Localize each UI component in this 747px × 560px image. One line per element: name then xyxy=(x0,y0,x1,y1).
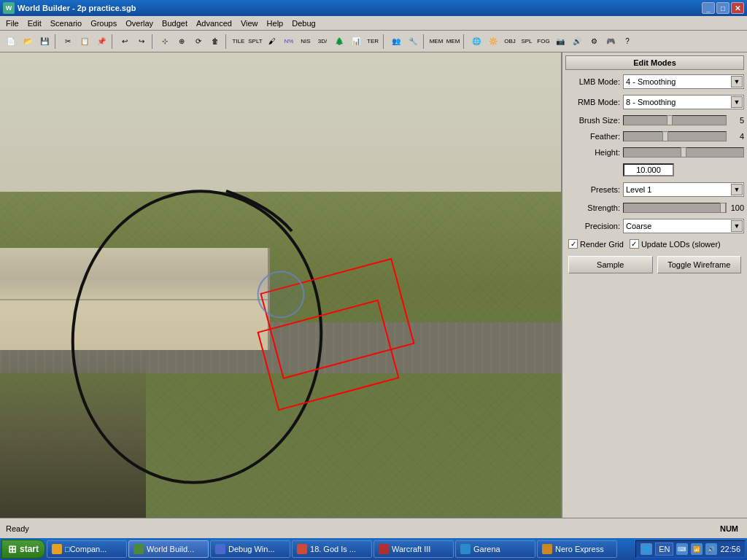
toolbar-sep-4 xyxy=(225,34,228,49)
close-button[interactable]: ✕ xyxy=(731,2,744,14)
precision-select[interactable]: Coarse Fine Normal xyxy=(623,219,744,233)
toolbar-copy[interactable]: 📋 xyxy=(77,34,93,50)
strength-label: Strength: xyxy=(565,203,620,212)
viewport[interactable] xyxy=(0,52,561,518)
menu-view[interactable]: View xyxy=(236,16,263,30)
menu-debug[interactable]: Debug xyxy=(287,16,320,30)
maximize-button[interactable]: □ xyxy=(716,2,729,14)
toggle-wireframe-button[interactable]: Toggle Wireframe xyxy=(657,256,742,273)
taskbar-item-garena[interactable]: Garena xyxy=(455,540,535,558)
toolbar-t8[interactable]: 📊 xyxy=(348,34,364,50)
toolbar-t11[interactable]: 🔧 xyxy=(405,34,421,50)
start-button[interactable]: ⊞ start xyxy=(1,540,45,559)
height-value-row xyxy=(565,162,744,178)
shadow-left xyxy=(0,355,146,518)
taskbar-item-warcraft[interactable]: Warcraft III xyxy=(374,540,454,558)
toolbar-cut[interactable]: ✂ xyxy=(60,34,76,50)
height-slider[interactable] xyxy=(623,147,744,158)
toolbar-paste[interactable]: 📌 xyxy=(93,34,109,50)
toolbar-save[interactable]: 💾 xyxy=(36,34,53,50)
taskbar-item-nero[interactable]: Nero Express xyxy=(537,540,617,558)
menu-file[interactable]: File xyxy=(1,16,23,30)
toolbar-t1[interactable]: TILE xyxy=(231,34,247,50)
precision-wrapper: Coarse Fine Normal ▼ xyxy=(623,219,744,233)
panel-btn-row: Sample Toggle Wireframe xyxy=(565,253,744,276)
toolbar-redo[interactable]: ↪ xyxy=(133,34,150,50)
companion-label: □Compan... xyxy=(65,545,107,553)
menu-overlay[interactable]: Overlay xyxy=(121,16,158,30)
toolbar-obj1[interactable]: OBJ xyxy=(502,34,518,50)
sys-tray: 🌐 EN ⌨ 📶 🔊 22:56 xyxy=(635,540,746,558)
toolbar-t3[interactable]: 🖌 xyxy=(264,34,280,50)
toolbar-misc2[interactable]: 🎮 xyxy=(603,34,619,50)
taskbar-item-worldbuilder[interactable]: World Build... xyxy=(128,540,209,558)
toolbar-open[interactable]: 📂 xyxy=(20,34,36,50)
language-button[interactable]: EN xyxy=(655,542,673,556)
strength-slider[interactable] xyxy=(623,203,727,213)
toolbar-t2[interactable]: SPLT xyxy=(247,34,263,50)
toolbar-t5[interactable]: NIS xyxy=(298,34,314,50)
toolbar-misc3[interactable]: ? xyxy=(619,34,635,50)
toolbar-fog2[interactable]: 🔆 xyxy=(485,34,501,50)
toolbar-spl1[interactable]: SPL xyxy=(519,34,535,50)
render-grid-item[interactable]: ✓ Render Grid xyxy=(568,239,624,249)
brush-size-label: Brush Size: xyxy=(565,116,620,125)
rmb-mode-wrapper: 1 - Raise/Lower 2 - Plateau 3 - Noise 4 … xyxy=(623,95,744,109)
status-text: Ready xyxy=(6,524,720,533)
toolbar-t6[interactable]: 3D/ xyxy=(314,34,330,50)
toolbar-t4[interactable]: N% xyxy=(281,34,297,50)
start-label: start xyxy=(20,544,39,554)
toolbar-cam[interactable]: 📷 xyxy=(552,34,568,50)
toolbar-mem1[interactable]: MEM xyxy=(428,34,444,50)
lmb-mode-label: LMB Mode: xyxy=(565,77,620,86)
menu-help[interactable]: Help xyxy=(263,16,288,30)
toolbar-misc1[interactable]: ⚙ xyxy=(586,34,602,50)
toolbar-t7[interactable]: 🌲 xyxy=(331,34,347,50)
toolbar-sep-5 xyxy=(383,34,386,49)
lmb-mode-select[interactable]: 1 - Raise/Lower 2 - Plateau 3 - Noise 4 … xyxy=(623,74,744,89)
taskbar: ⊞ start □Compan... World Build... Debug … xyxy=(0,538,747,560)
toolbar-undo[interactable]: ↩ xyxy=(117,34,133,50)
taskbar-item-debug[interactable]: Debug Win... xyxy=(210,540,290,558)
toolbar-fog3[interactable]: FOG xyxy=(535,34,551,50)
rmb-mode-select[interactable]: 1 - Raise/Lower 2 - Plateau 3 - Noise 4 … xyxy=(623,95,744,109)
height-input[interactable] xyxy=(623,163,674,176)
toolbar-move[interactable]: ⊕ xyxy=(174,34,190,50)
brush-size-slider[interactable] xyxy=(623,115,727,125)
menu-budget[interactable]: Budget xyxy=(158,16,192,30)
titlebar-controls: _ □ ✕ xyxy=(702,2,744,14)
toolbar-delete[interactable]: 🗑 xyxy=(207,34,223,50)
brush-size-slider-container: 5 xyxy=(623,115,744,125)
toolbar-fog1[interactable]: 🌐 xyxy=(468,34,484,50)
garena-label: Garena xyxy=(473,545,500,553)
toolbar-mem2[interactable]: MEM xyxy=(445,34,461,50)
feather-slider[interactable] xyxy=(623,131,727,141)
toolbar-t9[interactable]: TER xyxy=(365,34,381,50)
precision-label: Precision: xyxy=(565,222,620,230)
toolbar-new[interactable]: 📄 xyxy=(3,34,19,50)
taskbar-item-god[interactable]: 18. God Is ... xyxy=(292,540,372,558)
menu-edit[interactable]: Edit xyxy=(23,16,46,30)
render-grid-checkbox[interactable]: ✓ xyxy=(568,239,578,249)
titlebar-title: World Builder - 2p practice.sgb xyxy=(18,4,136,12)
main-area: Edit Modes LMB Mode: 1 - Raise/Lower 2 -… xyxy=(0,52,747,518)
ledge-line xyxy=(0,299,268,300)
menu-advanced[interactable]: Advanced xyxy=(192,16,236,30)
menu-scenario[interactable]: Scenario xyxy=(46,16,86,30)
update-lods-checkbox[interactable]: ✓ xyxy=(630,239,639,249)
toolbar-rotate[interactable]: ⟳ xyxy=(190,34,206,50)
warcraft-icon xyxy=(379,544,389,554)
presets-select[interactable]: Level 1 Level 2 Level 3 xyxy=(623,182,744,197)
toolbar-sep-7 xyxy=(463,34,466,49)
right-panel: Edit Modes LMB Mode: 1 - Raise/Lower 2 -… xyxy=(561,52,747,518)
sample-button[interactable]: Sample xyxy=(568,256,653,273)
update-lods-item[interactable]: ✓ Update LODs (slower) xyxy=(630,239,721,249)
taskbar-item-companion[interactable]: □Compan... xyxy=(47,540,127,558)
toolbar-snd[interactable]: 🔊 xyxy=(569,34,585,50)
windows-icon: ⊞ xyxy=(8,543,17,555)
height-row: Height: xyxy=(565,146,744,159)
toolbar-select[interactable]: ⊹ xyxy=(157,34,173,50)
menu-groups[interactable]: Groups xyxy=(86,16,121,30)
toolbar-t10[interactable]: 👥 xyxy=(388,34,404,50)
minimize-button[interactable]: _ xyxy=(702,2,715,14)
